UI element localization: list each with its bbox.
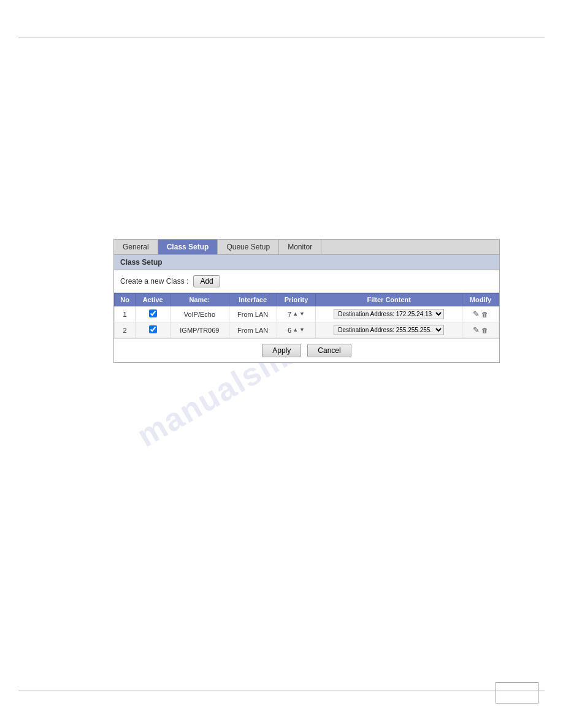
active-checkbox[interactable] xyxy=(149,325,157,333)
priority-down-arrow[interactable]: ▼ xyxy=(299,327,305,333)
edit-icon[interactable] xyxy=(473,309,480,319)
priority-value: 7 xyxy=(288,311,291,318)
main-panel: General Class Setup Queue Setup Monitor … xyxy=(113,239,500,363)
table-row: 2IGMP/TR069From LAN6▲▼Destination Addres… xyxy=(115,322,499,338)
bottom-divider xyxy=(18,691,545,691)
col-header-name: Name: xyxy=(170,294,229,306)
class-table: No Active Name: Interface Priority Filte… xyxy=(114,293,499,338)
cell-filter[interactable]: Destination Address: 255.255.255.254/32 xyxy=(316,322,462,338)
priority-up-arrow[interactable]: ▲ xyxy=(293,327,298,333)
col-header-no: No xyxy=(115,294,136,306)
page-number-box xyxy=(496,682,538,703)
section-header: Class Setup xyxy=(114,255,499,270)
edit-icon[interactable] xyxy=(473,325,480,335)
table-row: 1VoIP/EchoFrom LAN7▲▼Destination Address… xyxy=(115,306,499,322)
col-header-active: Active xyxy=(136,294,170,306)
cell-name: IGMP/TR069 xyxy=(170,322,229,338)
tabs-row: General Class Setup Queue Setup Monitor xyxy=(114,240,499,255)
buttons-row: Apply Cancel xyxy=(114,338,499,362)
cell-modify xyxy=(462,322,499,338)
filter-select[interactable]: Destination Address: 255.255.255.254/32 xyxy=(334,325,444,335)
cell-no: 2 xyxy=(115,322,136,338)
cell-modify xyxy=(462,306,499,322)
tab-queue-setup[interactable]: Queue Setup xyxy=(218,240,279,254)
priority-value: 6 xyxy=(288,327,291,334)
active-checkbox[interactable] xyxy=(149,309,157,317)
create-class-row: Create a new Class : Add xyxy=(114,270,499,293)
cell-name: VoIP/Echo xyxy=(170,306,229,322)
cell-active[interactable] xyxy=(136,322,170,338)
tab-general[interactable]: General xyxy=(114,240,158,254)
cell-priority: 7▲▼ xyxy=(277,306,316,322)
top-divider xyxy=(18,37,545,37)
create-label: Create a new Class : xyxy=(120,277,188,286)
cell-no: 1 xyxy=(115,306,136,322)
cell-interface: From LAN xyxy=(229,322,277,338)
add-button[interactable]: Add xyxy=(193,275,220,287)
cell-interface: From LAN xyxy=(229,306,277,322)
cell-active[interactable] xyxy=(136,306,170,322)
cell-filter[interactable]: Destination Address: 172.25.24.133/32 xyxy=(316,306,462,322)
priority-up-arrow[interactable]: ▲ xyxy=(293,311,298,317)
priority-down-arrow[interactable]: ▼ xyxy=(299,311,305,317)
tab-monitor[interactable]: Monitor xyxy=(279,240,321,254)
tab-class-setup[interactable]: Class Setup xyxy=(158,240,218,254)
col-header-interface: Interface xyxy=(229,294,277,306)
cancel-button[interactable]: Cancel xyxy=(307,344,351,357)
col-header-priority: Priority xyxy=(277,294,316,306)
apply-button[interactable]: Apply xyxy=(262,344,301,357)
col-header-filter: Filter Content xyxy=(316,294,462,306)
filter-select[interactable]: Destination Address: 172.25.24.133/32 xyxy=(334,309,444,319)
delete-icon[interactable] xyxy=(481,309,488,319)
col-header-modify: Modify xyxy=(462,294,499,306)
cell-priority: 6▲▼ xyxy=(277,322,316,338)
delete-icon[interactable] xyxy=(481,325,488,335)
